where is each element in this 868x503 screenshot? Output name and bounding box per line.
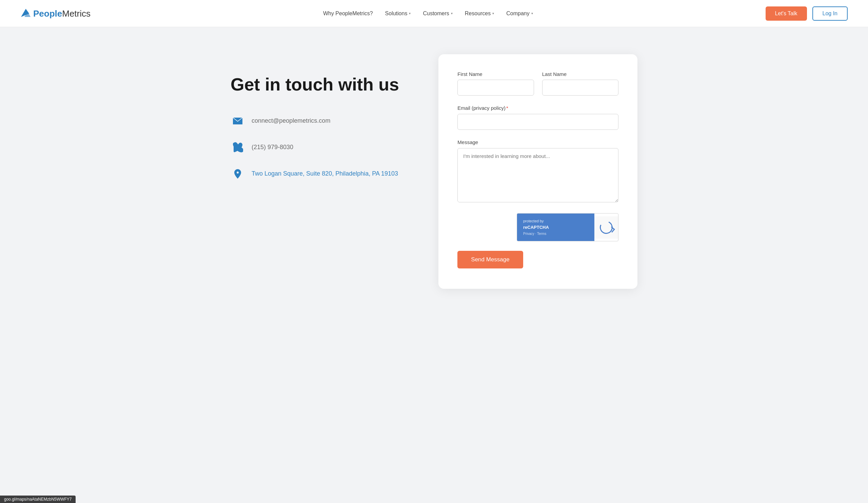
recaptcha-arrows-icon [598,219,615,235]
first-name-label: First Name [457,71,534,77]
logo-text: PeopleMetrics [33,9,91,18]
send-message-button[interactable]: Send Message [457,251,523,269]
email-label: Email (privacy policy)* [457,105,508,111]
nav-company[interactable]: Company ▾ [506,11,533,17]
last-name-group: Last Name [542,71,619,96]
email-address: connect@peoplemetrics.com [251,117,330,124]
header-actions: Let's Talk Log In [766,7,848,21]
login-button[interactable]: Log In [813,7,848,21]
phone-number: (215) 979-8030 [251,144,293,151]
customers-chevron-icon: ▾ [451,11,453,15]
first-name-group: First Name [457,71,534,96]
nav-customers[interactable]: Customers ▾ [423,11,452,17]
first-name-input[interactable] [457,80,534,96]
right-section: First Name Last Name Email (privacy poli… [438,54,638,476]
message-group: Message [457,139,619,204]
left-section: Get in touch with us connect@peoplemetri… [230,54,411,476]
recaptcha-brand: reCAPTCHA [523,224,588,231]
message-textarea[interactable] [457,148,619,202]
address-contact-item: Two Logan Square, Suite 820, Philadelphi… [230,167,411,181]
recaptcha-wrapper: protected by reCAPTCHA Privacy · Terms [457,213,619,241]
last-name-input[interactable] [542,80,619,96]
logo-icon [20,8,31,20]
location-icon [230,167,245,181]
nav-why[interactable]: Why PeopleMetrics? [323,11,373,17]
phone-contact-item: (215) 979-8030 [230,140,411,155]
name-row: First Name Last Name [457,71,619,96]
recaptcha-privacy-links: Privacy · Terms [523,231,588,236]
company-chevron-icon: ▾ [531,11,533,15]
email-contact-item: connect@peoplemetrics.com [230,114,411,128]
contact-form-card: First Name Last Name Email (privacy poli… [438,54,638,289]
main-nav: Why PeopleMetrics? Solutions ▾ Customers… [323,11,533,17]
recaptcha-box[interactable]: protected by reCAPTCHA Privacy · Terms [517,213,619,241]
main-content: Get in touch with us connect@peoplemetri… [197,27,671,503]
logo[interactable]: PeopleMetrics [20,8,91,20]
nav-solutions[interactable]: Solutions ▾ [385,11,411,17]
email-icon [230,114,245,128]
last-name-label: Last Name [542,71,619,77]
statusbar: goo.gl/maps/naAtaNEMzbN5WWFY7 [0,495,76,503]
email-input[interactable] [457,114,619,130]
recaptcha-icon-area [595,216,618,239]
nav-resources[interactable]: Resources ▾ [465,11,494,17]
phone-icon [230,140,245,155]
page-title: Get in touch with us [230,75,411,95]
message-label: Message [457,139,478,145]
recaptcha-protected-text: protected by [523,218,588,224]
recaptcha-left: protected by reCAPTCHA Privacy · Terms [517,213,595,241]
contact-info: connect@peoplemetrics.com (215) 979-8030 [230,114,411,181]
address-link[interactable]: Two Logan Square, Suite 820, Philadelphi… [251,170,398,177]
header: PeopleMetrics Why PeopleMetrics? Solutio… [0,0,868,27]
solutions-chevron-icon: ▾ [409,11,411,15]
lets-talk-button[interactable]: Let's Talk [766,7,807,21]
resources-chevron-icon: ▾ [492,11,494,15]
email-group: Email (privacy policy)* [457,105,619,130]
